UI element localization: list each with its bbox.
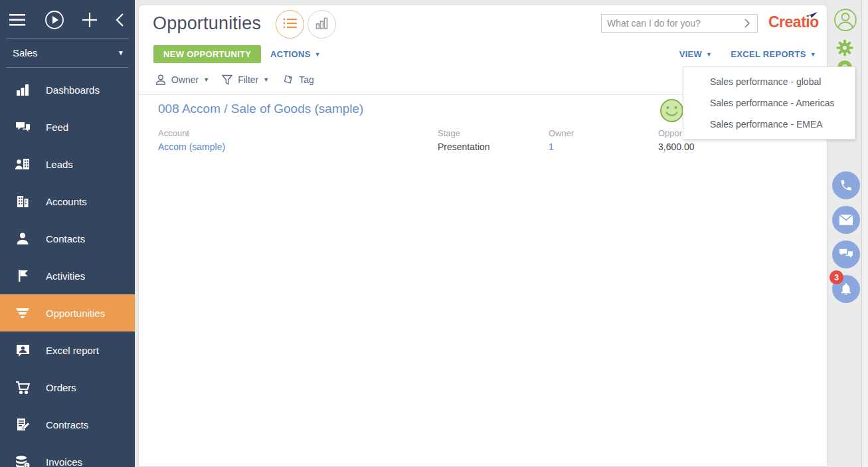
sidebar-item-activities[interactable]: Activities [0, 257, 135, 294]
actions-label: ACTIONS [270, 49, 311, 59]
analytics-view-toggle[interactable] [307, 10, 336, 39]
sidebar-item-label: Dashboards [46, 84, 100, 96]
sidebar-divider [7, 67, 128, 68]
sidebar-item-opportunities[interactable]: Opportunities [0, 294, 135, 331]
chat-bubbles-icon [839, 248, 853, 261]
account-link[interactable]: Accom (sample) [158, 141, 291, 152]
sidebar-item-excel-report[interactable]: Excel report [0, 331, 135, 369]
filter-bar: Owner ▼ Filter ▼ Tag [155, 74, 314, 86]
notifications-button[interactable]: 3 [832, 275, 860, 303]
activities-flag-icon [14, 268, 31, 284]
page-title: Opportunities [153, 13, 261, 34]
hamburger-menu-icon[interactable] [9, 13, 27, 27]
accounts-icon [14, 193, 31, 209]
menu-item-sales-performance-americas[interactable]: Sales performance - Americas [683, 92, 855, 114]
phone-icon [839, 179, 853, 192]
list-view-icon [283, 17, 298, 32]
collapse-sidebar-icon[interactable] [116, 13, 124, 27]
analytics-view-icon [315, 17, 329, 32]
contracts-icon [14, 417, 31, 432]
opportunity-mood-smiley-icon [659, 98, 684, 126]
search-input[interactable] [602, 18, 737, 29]
sidebar-item-label: Opportunities [46, 308, 105, 319]
sidebar-item-label: Feed [46, 122, 68, 133]
email-button[interactable] [832, 206, 860, 234]
envelope-icon [839, 214, 853, 226]
sidebar-item-dashboards[interactable]: Dashboards [0, 71, 135, 108]
chevron-down-icon: ▼ [810, 51, 816, 58]
notification-count-badge: 3 [829, 270, 843, 284]
sidebar-item-label: Contracts [46, 419, 88, 430]
filter-funnel-icon [221, 74, 233, 86]
view-dropdown[interactable]: VIEW ▼ [679, 49, 713, 59]
sidebar-item-invoices[interactable]: Invoices [0, 443, 135, 467]
user-profile-icon[interactable] [833, 7, 857, 35]
sidebar-item-label: Excel report [46, 345, 99, 356]
settings-gear-icon[interactable] [835, 39, 854, 60]
chevron-down-icon: ▼ [706, 51, 712, 58]
excel-reports-dropdown[interactable]: EXCEL REPORTS ▼ [731, 49, 816, 59]
chevron-down-icon: ▼ [203, 76, 209, 83]
sidebar-item-contacts[interactable]: Contacts [0, 220, 135, 257]
creatio-logo-plane-icon [805, 12, 818, 19]
sidebar-item-label: Orders [46, 382, 76, 393]
owner-filter[interactable]: Owner ▼ [155, 74, 209, 86]
phone-call-button[interactable] [832, 171, 860, 199]
new-opportunity-button[interactable]: NEW OPPORTUNITY [153, 45, 261, 63]
owner-person-icon [155, 74, 167, 86]
sidebar-item-label: Activities [46, 270, 85, 282]
add-record-icon[interactable] [81, 11, 98, 29]
list-view-toggle[interactable] [276, 10, 304, 39]
chat-button[interactable] [832, 240, 860, 268]
chevron-down-icon: ▼ [118, 49, 124, 56]
run-process-icon[interactable] [44, 10, 64, 30]
main-sidebar: Sales ▼ Dashboards Feed Leads Accou [0, 0, 135, 467]
view-label: VIEW [679, 49, 702, 59]
menu-item-sales-performance-emea[interactable]: Sales performance - EMEA [683, 114, 855, 135]
sidebar-item-label: Invoices [46, 456, 82, 467]
sidebar-item-orders[interactable]: Orders [0, 369, 135, 406]
contacts-icon [14, 231, 31, 246]
tag-icon [281, 74, 294, 86]
feed-icon [14, 119, 31, 135]
actions-dropdown[interactable]: ACTIONS ▼ [270, 49, 321, 59]
amount-value: 3,600.00 [658, 141, 791, 152]
vertical-scrollbar[interactable] [861, 0, 868, 467]
menu-item-sales-performance-global[interactable]: Sales performance - global [683, 71, 855, 92]
excel-report-icon [14, 342, 31, 358]
sidebar-item-leads[interactable]: Leads [0, 145, 135, 183]
tag-filter[interactable]: Tag [281, 74, 314, 86]
bar-chart-icon [14, 82, 31, 98]
owner-filter-label: Owner [171, 74, 199, 85]
sidebar-item-accounts[interactable]: Accounts [0, 183, 135, 220]
field-label: Account [158, 128, 291, 138]
filter-menu-label: Filter [238, 74, 258, 85]
workspace-label: Sales [13, 47, 38, 58]
excel-reports-label: EXCEL REPORTS [731, 49, 806, 59]
bell-icon [839, 282, 853, 296]
command-line-search [601, 14, 758, 33]
toolbar: NEW OPPORTUNITY ACTIONS ▼ VIEW ▼ EXCEL R… [139, 45, 827, 65]
sidebar-item-label: Leads [46, 159, 73, 170]
leads-icon [14, 156, 31, 172]
opportunities-funnel-icon [14, 305, 31, 321]
field-account: Account Accom (sample) [158, 128, 291, 152]
tag-filter-label: Tag [299, 74, 314, 85]
chevron-down-icon: ▼ [315, 51, 321, 58]
opportunity-title-link[interactable]: 008 Accom / Sale of Goods (sample) [158, 102, 363, 116]
creatio-logo: Creatio [768, 13, 822, 35]
sidebar-item-label: Contacts [46, 233, 85, 244]
invoices-icon [14, 454, 31, 467]
search-submit-icon[interactable] [737, 18, 757, 29]
chevron-down-icon: ▼ [263, 76, 269, 83]
excel-reports-menu: Sales performance - global Sales perform… [683, 66, 855, 140]
sidebar-item-feed[interactable]: Feed [0, 108, 135, 145]
sidebar-item-label: Accounts [46, 196, 87, 207]
sidebar-item-contracts[interactable]: Contracts [0, 406, 135, 443]
workspace-selector[interactable]: Sales ▼ [0, 39, 135, 67]
filter-menu[interactable]: Filter ▼ [221, 74, 269, 86]
orders-cart-icon [14, 379, 31, 395]
